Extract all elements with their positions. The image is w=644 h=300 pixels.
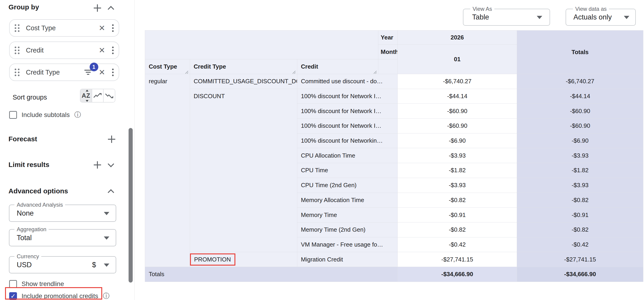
totals-month-value: -$34,666.90 [398,267,517,282]
limit-results-title: Limit results [8,161,49,169]
sidebar-scrollbar[interactable] [128,128,133,282]
month-header-cell: 01 [398,45,517,74]
advanced-analysis-value: None [17,209,34,217]
group-chip-credit[interactable]: Credit [9,42,119,59]
view-data-as-value: Actuals only [574,13,612,21]
cost-breakdown-table: Year 2026 Totals Month 01 Cost Type Cred… [145,30,643,282]
credit-cell: 100% discount for Network I… [297,104,398,119]
annotation-highlight-promotion: PROMOTION [190,253,235,266]
close-icon[interactable] [99,24,106,32]
info-icon[interactable] [74,110,81,120]
include-subtotals-checkbox[interactable] [9,111,17,119]
info-icon[interactable] [103,291,110,300]
drag-handle-icon[interactable] [15,47,20,54]
view-as-label: View As [470,6,494,13]
add-limit-button[interactable] [92,160,103,170]
currency-label: Currency [14,253,41,260]
total-value-cell: -$0.42 [517,237,643,252]
close-icon[interactable] [99,46,106,54]
sidebar: Group by Cost Type Credit Credit Type 1 [0,0,134,300]
chevron-down-icon [108,161,114,167]
total-value-cell: -$60.90 [517,104,643,119]
advanced-analysis-label: Advanced Analysis [14,201,65,208]
total-value-cell: -$3.93 [517,178,643,193]
credit-cell: 100% discount for Network I… [297,89,398,104]
totals-column-header: Totals [517,31,643,74]
chip-label: Credit [26,47,44,54]
credit-cell: Committed use discount - do… [297,74,398,89]
add-icon [108,135,116,143]
credit-cell: Memory Allocation Time [297,193,398,208]
column-resize-icon[interactable] [291,69,296,73]
chevron-up-icon [108,189,114,196]
view-data-as-label: View data as [573,6,609,13]
totals-row-label: Totals [145,267,398,282]
show-trendline-checkbox[interactable] [9,280,17,288]
month-value-cell: -$60.90 [398,119,517,134]
total-value-cell: -$0.82 [517,222,643,237]
more-options-icon[interactable] [111,68,114,77]
totals-grand-value: -$34,666.90 [517,267,643,282]
column-resize-icon[interactable] [372,69,377,73]
add-forecast-button[interactable] [106,134,117,145]
sort-alphabetical-icon: AZ [82,93,90,99]
advanced-analysis-select[interactable]: Advanced Analysis None [9,205,116,222]
sort-trending-up-button[interactable] [92,89,103,102]
sort-trending-down-button[interactable] [103,89,115,102]
collapse-advanced-options-button[interactable] [106,186,116,197]
include-subtotals-row: Include subtotals [9,110,81,120]
credit-cell: VM Manager - Free usage fo… [297,237,398,252]
dropdown-arrow-icon [104,212,109,215]
close-icon[interactable] [99,68,106,76]
month-value-cell: -$6,740.27 [398,74,517,89]
more-options-icon[interactable] [111,46,114,55]
include-promotional-credits-checkbox[interactable] [9,292,17,300]
month-value-cell: -$3.93 [398,148,517,163]
dropdown-arrow-icon [104,236,109,240]
total-value-cell: -$3.93 [517,148,643,163]
credit-type-cell-promotion: PROMOTION [190,252,297,267]
currency-symbol: $ [92,261,96,269]
dropdown-arrow-icon [537,16,542,19]
currency-value: USD [17,261,32,269]
month-value-cell: -$0.82 [398,222,517,237]
filter-icon[interactable]: 1 [84,68,93,77]
view-as-select[interactable]: View As Table [463,9,550,26]
sort-alphabetical-button[interactable]: AZ [80,89,92,102]
credit-cell: 100% discount for Network I… [297,119,398,134]
filter-count-badge: 1 [90,63,98,71]
credit-cell: CPU Time [297,163,398,178]
month-value-cell: -$44.14 [398,89,517,104]
credit-type-cell: COMMITTED_USAGE_DISCOUNT_DOL… [190,74,297,89]
column-resize-icon[interactable] [184,69,188,73]
credit-cell: CPU Allocation Time [297,148,398,163]
credit-cell: Migration Credit [297,252,398,267]
month-value-cell: -$0.42 [398,237,517,252]
totals-row: Totals -$34,666.90 -$34,666.90 [145,267,643,282]
credit-cell: CPU Time (2nd Gen) [297,178,398,193]
include-subtotals-label: Include subtotals [22,111,70,119]
group-chip-cost-type[interactable]: Cost Type [9,19,119,37]
add-group-button[interactable] [92,3,103,13]
more-options-icon[interactable] [111,24,114,33]
header-blank-cell [145,31,378,59]
aggregation-select[interactable]: Aggregation Total [9,229,116,246]
credit-cell: 100% discount for Networkin… [297,133,398,148]
currency-select[interactable]: Currency USD $ [9,256,116,273]
month-value-cell: -$3.93 [398,178,517,193]
drag-handle-icon[interactable] [15,24,20,32]
header-spacer-cell [378,59,398,74]
drag-handle-icon[interactable] [15,69,20,76]
add-icon [93,4,102,12]
group-chip-credit-type[interactable]: Credit Type 1 [9,64,119,81]
total-value-cell: -$6,740.27 [517,74,643,89]
add-icon [93,161,102,169]
view-data-as-select[interactable]: View data as Actuals only [566,9,636,26]
total-value-cell: -$6.90 [517,133,643,148]
chip-label: Credit Type [26,69,60,76]
trending-down-icon [105,93,114,99]
collapse-group-by-button[interactable] [106,3,116,13]
sort-groups-label: Sort groups [12,94,47,101]
year-header-cell: 2026 [398,31,517,45]
expand-limit-results-button[interactable] [106,160,116,170]
